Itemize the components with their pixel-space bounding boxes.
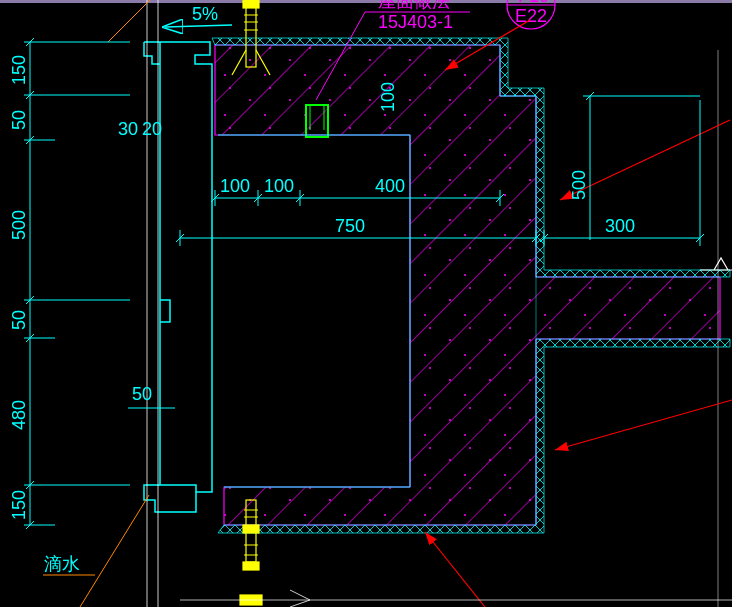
mid-notch bbox=[160, 300, 170, 322]
dim-500-right: 500 bbox=[569, 170, 589, 200]
dim-ext-left bbox=[55, 42, 130, 485]
dim-150-top: 150 bbox=[9, 55, 29, 85]
dim-500-left: 500 bbox=[9, 210, 29, 240]
dim-100a: 100 bbox=[220, 176, 250, 196]
parapet-profile bbox=[144, 42, 212, 492]
ref-text-top: 屋面做法 bbox=[378, 0, 450, 11]
dim-30: 30 bbox=[118, 119, 138, 139]
concrete-outline bbox=[215, 45, 720, 525]
dim-300: 300 bbox=[605, 216, 635, 236]
svg-rect-8 bbox=[243, 562, 259, 570]
dim-20: 20 bbox=[142, 119, 162, 139]
svg-rect-7 bbox=[243, 525, 259, 533]
level-marker bbox=[700, 258, 732, 270]
break-mark bbox=[290, 590, 310, 607]
dim-480: 480 bbox=[9, 400, 29, 430]
dim-750: 750 bbox=[335, 216, 365, 236]
cad-viewport[interactable]: { "reference": { "drawing_ref": "15J403-… bbox=[0, 0, 732, 607]
dim-50-h: 50 bbox=[132, 384, 152, 404]
svg-rect-5 bbox=[243, 0, 259, 8]
dim-500-right-group bbox=[583, 92, 700, 240]
dim-400: 400 bbox=[375, 176, 405, 196]
slope-label: 5% bbox=[192, 4, 218, 24]
dim-100-callout: 100 bbox=[378, 82, 398, 112]
dim-100b: 100 bbox=[264, 176, 294, 196]
red-leader-4 bbox=[425, 532, 485, 607]
slope-arrow bbox=[165, 25, 232, 27]
dim-50-top: 50 bbox=[9, 110, 29, 130]
cad-drawing: 5% 屋面做法 15J403-1 F10 E22 滴水 150 50 500 5… bbox=[0, 0, 732, 607]
dim-50-mid: 50 bbox=[9, 310, 29, 330]
bubble-bottom-text: E22 bbox=[515, 6, 547, 26]
drip-label: 滴水 bbox=[44, 554, 80, 574]
red-leader-3 bbox=[555, 400, 732, 450]
dim-150-bot: 150 bbox=[9, 490, 29, 520]
drawing-ref: 15J403-1 bbox=[378, 12, 453, 32]
orange-leader-1 bbox=[80, 495, 149, 607]
cap-detail-bottom bbox=[144, 485, 196, 512]
orange-leader-2 bbox=[108, 0, 150, 42]
